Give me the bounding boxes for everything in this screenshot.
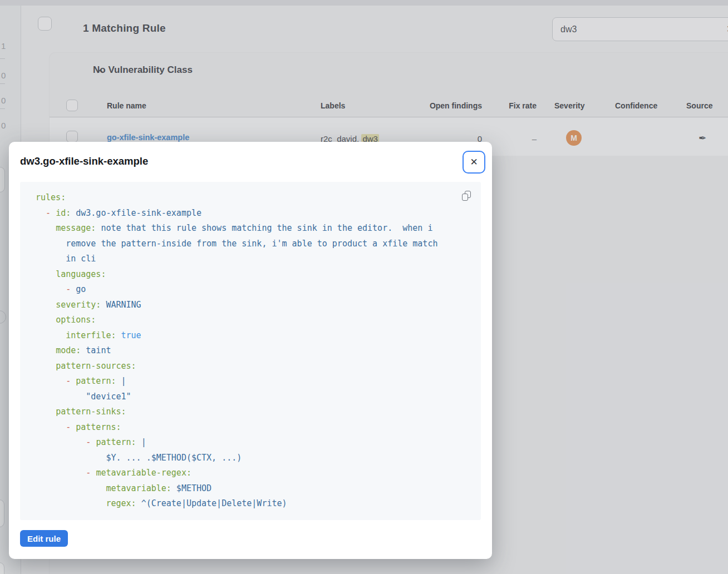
- copy-icon[interactable]: [462, 191, 472, 202]
- rule-yaml-text: rules: - id: dw3.go-xfile-sink-example m…: [36, 190, 481, 512]
- modal-close-button[interactable]: ✕: [463, 151, 485, 174]
- close-icon: ✕: [470, 156, 478, 168]
- rule-yaml-code-block: rules: - id: dw3.go-xfile-sink-example m…: [20, 182, 481, 520]
- modal-title: dw3.go-xfile-sink-example: [20, 155, 148, 167]
- rule-detail-modal: dw3.go-xfile-sink-example ✕ rules: - id:…: [9, 142, 492, 559]
- edit-rule-button[interactable]: Edit rule: [20, 530, 68, 547]
